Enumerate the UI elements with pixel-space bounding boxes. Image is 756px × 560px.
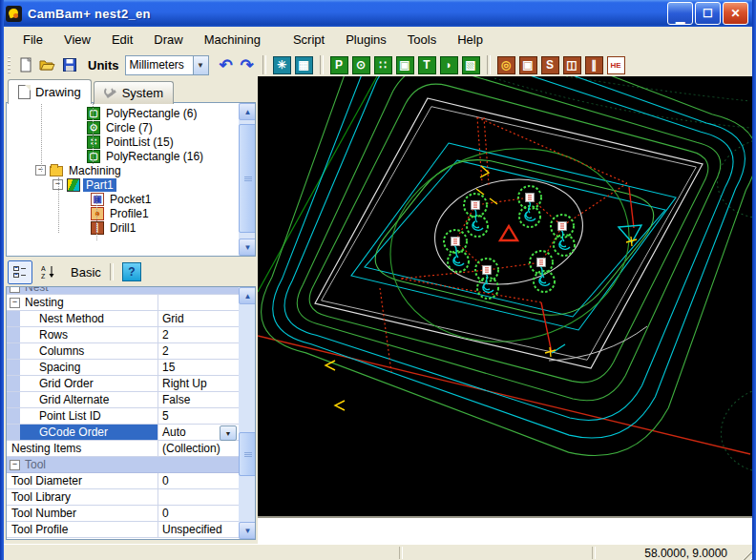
cad-viewport[interactable] <box>258 76 752 518</box>
property-row-columns[interactable]: Columns2 <box>7 343 239 360</box>
tree-item-label[interactable]: PolyRectangle (6) <box>103 107 200 120</box>
undo-button[interactable]: ↶ <box>216 55 237 75</box>
scroll-thumb[interactable] <box>239 124 256 233</box>
property-row-rows[interactable]: Rows2 <box>7 327 239 343</box>
drill-mop-button[interactable]: ◫ <box>562 55 582 75</box>
property-value[interactable]: 15 <box>162 361 175 374</box>
menu-machining[interactable]: Machining <box>195 30 270 50</box>
units-combobox[interactable]: Millimeters <box>125 55 194 75</box>
save-file-button[interactable] <box>59 55 79 75</box>
outer-toolpaths <box>262 76 752 456</box>
scroll-up-arrow[interactable]: ▲ <box>239 287 256 304</box>
property-value[interactable]: 2 <box>162 328 169 342</box>
property-row-tool[interactable]: −Tool <box>7 457 239 473</box>
property-row-tool-number[interactable]: Tool Number0 <box>7 506 239 522</box>
property-row-tool-diameter[interactable]: Tool Diameter0 <box>7 473 239 489</box>
profile-mop-button[interactable]: ◎ <box>496 55 516 75</box>
part-icon <box>67 178 80 192</box>
tree-item-label[interactable]: Machining <box>66 164 124 177</box>
property-value[interactable]: Grid <box>162 312 184 325</box>
property-row-nesting[interactable]: −Nesting <box>7 295 239 311</box>
property-value[interactable]: 0 <box>162 474 169 487</box>
tree-scrollbar[interactable]: ▲ ▼ <box>239 103 255 256</box>
maximize-button[interactable]: ☐ <box>695 2 721 25</box>
property-row-tool-profile[interactable]: Tool ProfileUnspecified <box>7 522 239 538</box>
text-button[interactable]: T <box>417 55 437 75</box>
menu-script[interactable]: Script <box>284 30 334 50</box>
property-value[interactable]: Auto <box>162 425 186 439</box>
property-row-tool-library[interactable]: Tool Library <box>7 489 239 506</box>
property-value[interactable]: False <box>162 393 190 406</box>
property-value[interactable]: 2 <box>162 344 169 358</box>
pointlist-button[interactable]: ∷ <box>373 55 393 75</box>
surface-button[interactable]: ◗ <box>439 55 459 75</box>
profile3d-mop-button[interactable]: ∥ <box>584 55 604 75</box>
menu-tools[interactable]: Tools <box>398 30 446 50</box>
helix-spiral <box>525 212 536 220</box>
propgrid-scrollbar[interactable]: ▲ ▼ <box>239 287 255 539</box>
property-row-grid-order[interactable]: Grid OrderRight Up <box>7 376 239 392</box>
property-row-nesting-items[interactable]: Nesting Items(Collection) <box>7 441 239 457</box>
property-value[interactable]: Unspecified <box>162 523 222 536</box>
property-row-point-list-id[interactable]: Point List ID5 <box>7 408 239 425</box>
property-row-nest-method[interactable]: Nest MethodGrid <box>7 311 239 327</box>
scroll-down-arrow[interactable]: ▼ <box>239 522 256 539</box>
categorized-view-button[interactable] <box>8 260 32 284</box>
tree-item-label[interactable]: Circle (7) <box>103 121 156 135</box>
property-value[interactable]: 5 <box>162 409 169 423</box>
property-name: Nesting <box>25 296 64 309</box>
rectangle-button[interactable]: ▣ <box>395 55 415 75</box>
scroll-down-arrow[interactable]: ▼ <box>239 239 256 256</box>
close-button[interactable]: ✕ <box>723 2 748 25</box>
circle-button[interactable]: ⊙ <box>351 55 371 75</box>
tab-system[interactable]: System <box>94 81 174 104</box>
property-value[interactable]: 0 <box>162 507 169 520</box>
solid-button[interactable]: ▧ <box>461 55 481 75</box>
polyline-button[interactable]: P <box>329 55 349 75</box>
tree-item-label[interactable]: PointList (15) <box>103 135 177 149</box>
gcode-button[interactable]: HE <box>606 55 626 75</box>
tab-drawing[interactable]: Drawing <box>8 79 92 104</box>
property-row-gcode-order[interactable]: GCode OrderAuto▼ <box>7 425 239 441</box>
snap-grid-button[interactable]: ▦ <box>294 55 314 75</box>
dropdown-arrow-button[interactable]: ▼ <box>220 425 237 441</box>
property-row-grid-alternate[interactable]: Grid AlternateFalse <box>7 392 239 408</box>
tree-item-label[interactable]: Drill1 <box>107 221 138 235</box>
tree-item-pocket1[interactable]: ▣Pocket1 <box>7 192 238 206</box>
open-file-button[interactable] <box>37 55 57 75</box>
tree-item-drill1[interactable]: |Drill1 <box>7 220 238 235</box>
alphabetical-sort-button[interactable]: AZ <box>36 261 61 283</box>
scroll-thumb[interactable] <box>239 432 256 476</box>
menu-file[interactable]: File <box>13 30 52 50</box>
tree-item-profile1[interactable]: ●Profile1 <box>7 206 238 220</box>
collapse-icon[interactable]: − <box>10 460 20 470</box>
property-value[interactable]: Right Up <box>162 377 207 390</box>
menu-plugins[interactable]: Plugins <box>336 30 396 50</box>
cambam-window: { "window": { "title": "CamBam+ nest2_en… <box>0 0 756 560</box>
tree-item-part1[interactable]: −Part1 <box>7 177 238 192</box>
units-combo-arrow[interactable]: ▼ <box>194 55 209 75</box>
scroll-up-arrow[interactable]: ▲ <box>239 103 256 120</box>
help-button[interactable]: ? <box>122 262 141 281</box>
new-file-button[interactable] <box>15 55 35 75</box>
engrave-mop-button[interactable]: S <box>540 55 560 75</box>
redo-button[interactable]: ↷ <box>237 55 258 75</box>
menu-help[interactable]: Help <box>448 30 493 50</box>
menu-edit[interactable]: Edit <box>102 30 142 50</box>
tree-item-label[interactable]: Profile1 <box>107 207 152 220</box>
tree-item-label[interactable]: Pocket1 <box>107 193 154 206</box>
collapse-icon[interactable]: − <box>10 298 20 308</box>
pocket-mop-button[interactable]: ▣ <box>518 55 538 75</box>
property-row-nest[interactable]: −Nest <box>7 287 239 295</box>
snap-points-button[interactable]: ✳ <box>272 55 292 75</box>
menu-draw[interactable]: Draw <box>144 30 192 50</box>
tree-item-label[interactable]: Part1 <box>83 178 116 192</box>
minimize-button[interactable]: ▁ <box>667 2 693 25</box>
collapse-icon[interactable]: − <box>10 287 20 293</box>
view-mode-label[interactable]: Basic <box>71 265 101 280</box>
tree-item-label[interactable]: PolyRectangle (16) <box>103 150 206 163</box>
solid-icon: ▧ <box>462 56 480 74</box>
property-value[interactable]: (Collection) <box>162 442 220 455</box>
property-row-spacing[interactable]: Spacing15 <box>7 360 239 376</box>
menu-view[interactable]: View <box>54 30 100 50</box>
